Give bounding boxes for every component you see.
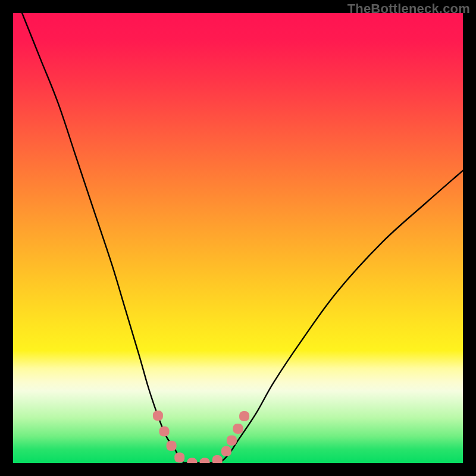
- marker-dot: [200, 458, 210, 464]
- marker-dot: [227, 436, 237, 446]
- marker-dot: [221, 446, 231, 456]
- marker-dot: [212, 455, 223, 463]
- chart-frame: TheBottleneck.com: [0, 0, 476, 476]
- marker-group: [153, 411, 249, 463]
- watermark-text: TheBottleneck.com: [347, 1, 470, 17]
- plot-area: [13, 13, 463, 463]
- chart-svg: [13, 13, 463, 463]
- marker-dot: [153, 411, 163, 421]
- left-curve: [22, 13, 184, 463]
- right-curve: [220, 171, 463, 463]
- marker-dot: [159, 427, 170, 437]
- marker-dot: [187, 458, 197, 464]
- marker-dot: [174, 452, 184, 462]
- marker-dot: [239, 411, 249, 421]
- marker-dot: [167, 441, 177, 451]
- marker-dot: [233, 424, 243, 434]
